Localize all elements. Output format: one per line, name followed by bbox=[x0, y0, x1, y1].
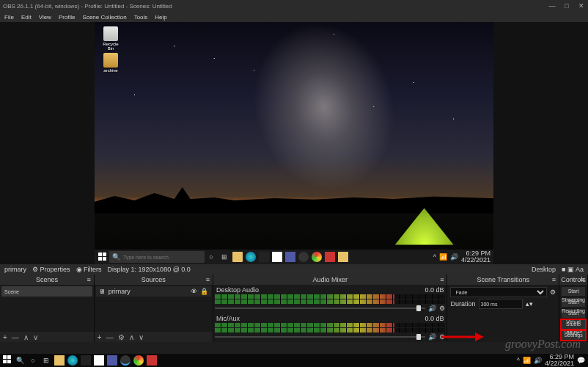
edge-icon[interactable] bbox=[67, 355, 78, 366]
menu-icon[interactable]: ≡ bbox=[440, 276, 444, 283]
menu-icon[interactable]: ≡ bbox=[206, 276, 210, 283]
start-streaming-button[interactable]: Start Streaming bbox=[561, 286, 586, 297]
svg-rect-9 bbox=[7, 360, 11, 363]
explorer-icon[interactable] bbox=[54, 355, 65, 366]
store-icon[interactable] bbox=[272, 252, 282, 262]
app-icon[interactable] bbox=[147, 355, 157, 366]
explorer-icon[interactable] bbox=[232, 252, 243, 262]
obs-icon[interactable] bbox=[298, 252, 309, 262]
menu-tools[interactable]: Tools bbox=[134, 14, 148, 21]
preview-area: Recycle Bin archive 🔍 ○ ⊞ bbox=[0, 22, 588, 264]
svg-rect-6 bbox=[3, 355, 7, 359]
obs-icon[interactable] bbox=[120, 355, 131, 366]
store-icon[interactable] bbox=[94, 355, 104, 366]
menu-icon[interactable]: ≡ bbox=[87, 276, 91, 283]
wifi-icon[interactable]: 📶 bbox=[439, 253, 447, 261]
lock-icon[interactable]: 🔒 bbox=[200, 288, 208, 295]
notifications-icon[interactable]: 💬 bbox=[577, 357, 585, 364]
menu-edit[interactable]: Edit bbox=[21, 14, 32, 21]
start-icon[interactable] bbox=[3, 355, 12, 366]
scenes-panel: Scenes≡ Scene + — ∧ ∨ bbox=[0, 275, 95, 342]
properties-button[interactable]: ⚙ Properties bbox=[32, 266, 70, 273]
display-icon: 🖥 bbox=[99, 288, 106, 295]
search-input[interactable] bbox=[123, 255, 202, 260]
teams-icon[interactable] bbox=[285, 252, 295, 262]
search-box[interactable]: 🔍 bbox=[109, 251, 205, 263]
maximize-icon[interactable]: □ bbox=[563, 2, 570, 10]
audio-mixer-panel: Audio Mixer≡ Desktop Audio0.0 dB 🔊⚙ Mic/… bbox=[213, 275, 448, 342]
up-icon[interactable]: ∧ bbox=[23, 333, 29, 341]
remove-icon[interactable]: — bbox=[106, 333, 114, 341]
dock-icons[interactable]: ■ ▣ Aa bbox=[562, 266, 584, 273]
close-icon[interactable]: ✕ bbox=[578, 2, 585, 10]
up-icon[interactable]: ∧ bbox=[129, 333, 134, 341]
duration-input[interactable] bbox=[479, 299, 523, 309]
scenes-header: Scenes≡ bbox=[0, 275, 94, 285]
app-icon-2[interactable] bbox=[325, 252, 335, 262]
scene-item[interactable]: Scene bbox=[1, 286, 92, 297]
taskview-icon[interactable]: ⊞ bbox=[41, 355, 51, 366]
svg-rect-0 bbox=[98, 252, 102, 256]
gear-icon[interactable]: ⚙ bbox=[439, 305, 445, 312]
svg-rect-8 bbox=[3, 360, 7, 363]
minimize-icon[interactable]: — bbox=[548, 2, 556, 10]
desktop-icon-archive[interactable]: archive bbox=[100, 53, 121, 73]
chrome-icon[interactable] bbox=[312, 252, 322, 262]
down-icon[interactable]: ∨ bbox=[139, 333, 144, 341]
sound-icon[interactable]: 🔊 bbox=[450, 253, 458, 261]
sources-header: Sources≡ bbox=[95, 275, 213, 285]
menu-file[interactable]: File bbox=[4, 14, 14, 21]
desktop-icon-recyclebin[interactable]: Recycle Bin bbox=[100, 26, 121, 51]
menu-profile[interactable]: Profile bbox=[59, 14, 76, 21]
transition-select[interactable]: Fade bbox=[450, 287, 547, 297]
mixer-header: Audio Mixer≡ bbox=[213, 275, 447, 285]
source-item[interactable]: 🖥 primary 👁 🔒 bbox=[96, 286, 211, 297]
stepper-icon[interactable]: ▴▾ bbox=[526, 300, 533, 308]
cortana-icon[interactable]: ○ bbox=[28, 355, 38, 366]
down-icon[interactable]: ∨ bbox=[33, 333, 38, 341]
app-icon[interactable] bbox=[81, 355, 91, 366]
svg-rect-1 bbox=[103, 252, 106, 256]
app-icon-1[interactable] bbox=[259, 252, 269, 262]
start-icon[interactable] bbox=[98, 252, 108, 262]
teams-icon[interactable] bbox=[107, 355, 117, 366]
tray-up-icon[interactable]: ^ bbox=[517, 357, 520, 364]
filters-button[interactable]: ◉ Filters bbox=[76, 266, 102, 273]
chrome-icon[interactable] bbox=[133, 355, 144, 366]
edge-icon[interactable] bbox=[246, 252, 256, 262]
menu-help[interactable]: Help bbox=[155, 14, 166, 21]
visibility-icon[interactable]: 👁 bbox=[191, 288, 197, 295]
menu-icon[interactable]: ≡ bbox=[581, 276, 584, 283]
add-icon[interactable]: + bbox=[3, 333, 7, 341]
gear-icon[interactable]: ⚙ bbox=[439, 333, 445, 341]
volume-slider[interactable] bbox=[215, 336, 426, 338]
capture-preview[interactable]: Recycle Bin archive 🔍 ○ ⊞ bbox=[95, 22, 493, 264]
wifi-icon[interactable]: 📶 bbox=[523, 357, 531, 364]
cortana-icon[interactable]: ○ bbox=[206, 252, 216, 262]
dock-label: Desktop bbox=[532, 266, 556, 273]
controls-panel: Controls≡ Start Streaming Start Recordin… bbox=[559, 275, 588, 342]
window-titlebar: OBS 26.1.1 (64-bit, windows) - Profile: … bbox=[0, 0, 588, 12]
captured-clock[interactable]: 6:29 PM 4/22/2021 bbox=[461, 250, 490, 264]
taskview-icon[interactable]: ⊞ bbox=[219, 252, 229, 262]
tray-up-icon[interactable]: ^ bbox=[433, 253, 436, 261]
menu-icon[interactable]: ≡ bbox=[552, 276, 556, 283]
menu-scene-collection[interactable]: Scene Collection bbox=[83, 14, 127, 21]
search-icon[interactable]: 🔍 bbox=[15, 355, 25, 366]
settings-button[interactable]: Settings bbox=[561, 330, 586, 341]
mixer-channel-mic: Mic/Aux0.0 dB 🔊⚙ bbox=[215, 315, 446, 341]
source-toolbar: primary ⚙ Properties ◉ Filters Display 1… bbox=[0, 264, 588, 275]
volume-slider[interactable] bbox=[215, 308, 426, 309]
gear-icon[interactable]: ⚙ bbox=[118, 333, 125, 341]
docks: Scenes≡ Scene + — ∧ ∨ Sources≡ 🖥 primary… bbox=[0, 275, 588, 342]
host-clock[interactable]: 6:29 PM 4/22/2021 bbox=[545, 354, 574, 367]
gear-icon[interactable]: ⚙ bbox=[550, 288, 556, 296]
folder-open-icon[interactable] bbox=[338, 252, 348, 262]
add-icon[interactable]: + bbox=[98, 333, 102, 341]
menu-view[interactable]: View bbox=[39, 14, 51, 21]
sound-icon[interactable]: 🔊 bbox=[534, 357, 542, 364]
exit-button[interactable]: Exit bbox=[561, 341, 586, 342]
remove-icon[interactable]: — bbox=[12, 333, 19, 341]
speaker-icon[interactable]: 🔊 bbox=[428, 333, 436, 341]
speaker-icon[interactable]: 🔊 bbox=[428, 305, 436, 312]
